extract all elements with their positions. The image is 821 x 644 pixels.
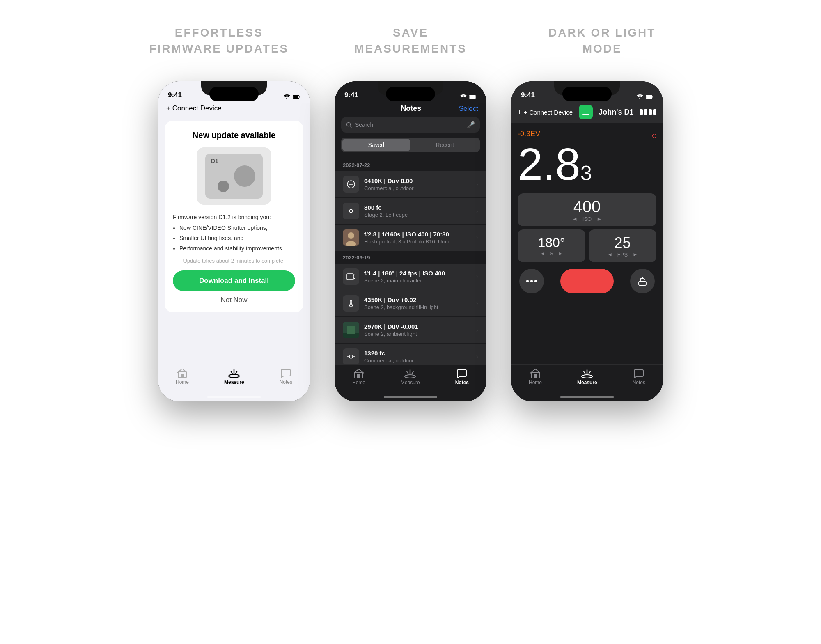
menu-icon[interactable] — [579, 105, 593, 119]
note-thumb-3 — [343, 229, 359, 246]
phone2-status-icons — [460, 94, 477, 99]
battery-icon-3 — [646, 94, 653, 99]
note-row-1[interactable]: 6410K | Duv 0.00 Commercial, outdoor › — [335, 171, 486, 197]
not-now-button[interactable]: Not Now — [220, 296, 247, 304]
phone1-status-icons — [284, 94, 300, 99]
tab-home-2[interactable]: Home — [352, 369, 365, 385]
device-btn-small — [218, 181, 229, 192]
svg-point-19 — [348, 232, 354, 239]
note-content-7: 1320 fc Commercial, outdoor — [364, 350, 471, 364]
mic-icon[interactable]: 🎤 — [467, 121, 475, 129]
note-title-3: f/2.8 | 1/160s | ISO 400 | 70:30 — [364, 231, 471, 238]
feature3-title: DARK OR LIGHT MODE — [506, 25, 698, 57]
bullet2: Smaller UI bug fixes, and — [179, 233, 295, 243]
notes-search-bar[interactable]: Search 🎤 — [341, 117, 480, 133]
download-install-button[interactable]: Download and Install — [173, 270, 295, 291]
tab-notes-3[interactable]: Notes — [633, 369, 645, 385]
svg-line-7 — [236, 371, 237, 374]
tab-home-label-2: Home — [352, 380, 365, 385]
note-thumb-1 — [343, 176, 359, 193]
note-row-5[interactable]: 4350K | Duv +0.02 Scene 2, background fi… — [335, 290, 486, 316]
update-title: New update available — [193, 131, 275, 140]
measure-icon-2 — [404, 369, 416, 378]
note-row-3[interactable]: f/2.8 | 1/160s | ISO 400 | 70:30 Flash p… — [335, 225, 486, 251]
fps-label: FPS — [617, 252, 628, 258]
svg-rect-1 — [293, 96, 298, 98]
connect-device-btn[interactable]: + Connect Device — [166, 104, 222, 112]
battery-bar-1 — [640, 109, 643, 115]
shutter-box: 180° ◄ S ► — [518, 229, 585, 262]
share-button[interactable] — [630, 269, 655, 293]
svg-rect-33 — [357, 374, 360, 378]
note-content-4: f/1.4 | 180° | 24 fps | ISO 400 Scene 2,… — [364, 270, 471, 284]
home-icon-3 — [530, 369, 540, 378]
battery-bar-2 — [644, 109, 647, 115]
segment-recent[interactable]: Recent — [411, 139, 479, 151]
note-row-6[interactable]: 2970K | Duv -0.001 Scene 2, ambient ligh… — [335, 317, 486, 343]
arrow-icon-2: › — [476, 207, 478, 215]
notes-list: 2022-07-22 6410K | Duv 0.00 Commercial, … — [335, 159, 486, 370]
measure-icon-1 — [228, 369, 240, 378]
shutter-value: 180° — [538, 235, 565, 250]
arrow-icon-5: › — [476, 300, 478, 307]
home-indicator-3 — [560, 396, 614, 398]
scene-thumb — [343, 322, 359, 338]
svg-rect-3 — [181, 374, 184, 378]
tab-measure-2[interactable]: Measure — [401, 369, 420, 385]
segment-saved[interactable]: Saved — [342, 139, 410, 151]
note-title-6: 2970K | Duv -0.001 — [364, 323, 471, 330]
notes-select-btn[interactable]: Select — [459, 105, 478, 113]
note-content-2: 800 fc Stage 2, Left edge — [364, 204, 471, 218]
note-row-4[interactable]: f/1.4 | 180° | 24 fps | ISO 400 Scene 2,… — [335, 264, 486, 290]
tab-measure-label-1: Measure — [224, 379, 244, 385]
notch-3 — [562, 87, 612, 101]
note-thumb-7 — [343, 348, 359, 365]
tab-notes-1[interactable]: Notes — [280, 369, 292, 385]
tab-home-1[interactable]: Home — [176, 369, 189, 385]
svg-rect-22 — [350, 300, 352, 304]
feature-header-2: SAVE MEASUREMENTS — [315, 25, 507, 57]
tab-measure-label-2: Measure — [401, 380, 420, 385]
phone3-device-bar: + + Connect Device John's D1 — [511, 103, 663, 123]
notes-icon-1 — [280, 369, 291, 378]
arrow-icon-6: › — [476, 326, 478, 334]
tab-notes-label-3: Notes — [633, 380, 645, 385]
main-sub: 3 — [580, 163, 592, 183]
svg-line-37 — [412, 371, 413, 374]
tab-measure-3[interactable]: Measure — [577, 369, 597, 385]
svg-line-36 — [407, 371, 408, 374]
note-subtitle-7: Commercial, outdoor — [364, 358, 471, 364]
thermometer-icon — [346, 299, 355, 308]
tab-notes-2[interactable]: Notes — [455, 369, 469, 385]
connect-device-btn-3[interactable]: + Connect Device — [524, 109, 573, 116]
tab-home-label-1: Home — [176, 379, 189, 385]
tab-notes-label-1: Notes — [280, 379, 292, 385]
main-value: 2.8 — [518, 142, 580, 187]
note-subtitle-5: Scene 2, background fill-in light — [364, 304, 471, 310]
iso-value: 400 — [573, 197, 601, 216]
measure-trigger-button[interactable] — [560, 269, 614, 293]
svg-line-48 — [584, 371, 585, 374]
notch-1 — [209, 87, 259, 101]
headers-row: EFFORTLESS FIRMWARE UPDATES SAVE MEASURE… — [123, 25, 698, 57]
tab-measure-1[interactable]: Measure — [224, 369, 244, 385]
share-icon — [638, 277, 647, 286]
update-time-note: Update takes about 2 minutes to complete… — [183, 258, 284, 264]
svg-line-49 — [589, 371, 590, 374]
tab-home-3[interactable]: Home — [529, 369, 542, 385]
phone3-screen: 9:41 + + Connect Device John's D1 — [511, 81, 663, 401]
phone-notes: 9:41 Notes Select Search 🎤 — [335, 81, 486, 401]
note-content-5: 4350K | Duv +0.02 Scene 2, background fi… — [364, 296, 471, 310]
tab-notes-label-2: Notes — [455, 380, 469, 385]
arrow-icon-1: › — [476, 181, 478, 188]
device-body: D1 — [205, 154, 263, 199]
svg-point-27 — [349, 355, 353, 358]
svg-line-11 — [350, 126, 352, 128]
more-options-button[interactable] — [519, 269, 544, 293]
main-reading: 2.8 3 — [518, 142, 592, 187]
settings-row2: 180° ◄ S ► 25 ◄ FPS — [518, 229, 656, 262]
notes-icon-2 — [456, 369, 467, 378]
note-row-2[interactable]: 800 fc Stage 2, Left edge › — [335, 198, 486, 224]
measure-icon-3 — [581, 369, 593, 378]
svg-point-41 — [530, 280, 533, 282]
